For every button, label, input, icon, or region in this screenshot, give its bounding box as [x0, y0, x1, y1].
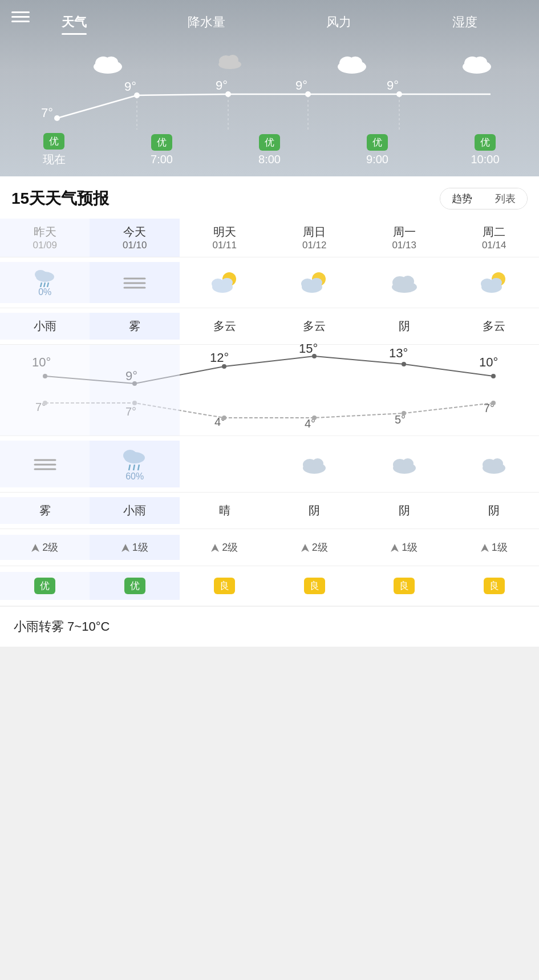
svg-line-79 — [133, 465, 135, 470]
aqi-badge-day-1: 优 — [124, 578, 145, 594]
svg-point-5 — [227, 55, 238, 65]
day-icon-col-4 — [359, 262, 449, 303]
svg-text:9°: 9° — [124, 79, 136, 94]
night-icon-col-4 — [359, 441, 449, 487]
weather-day-1: 雾 — [129, 318, 140, 334]
tab-jiangshui[interactable]: 降水量 — [179, 10, 234, 38]
svg-point-86 — [402, 458, 414, 469]
night-desc-col-5: 阴 — [449, 497, 538, 524]
svg-point-37 — [221, 278, 233, 287]
wind-col-3: 2级 — [269, 535, 359, 560]
moon-icon-2 — [212, 451, 237, 477]
svg-line-30 — [47, 283, 48, 287]
aqi-col-3: 良 — [269, 572, 359, 600]
cloud-icon-2 — [216, 52, 244, 76]
aqi-col-5: 良 — [449, 572, 538, 600]
day-date-2: 01/11 — [212, 240, 237, 251]
bottom-summary: 小雨转雾 7~10°C — [14, 619, 110, 634]
weather-night-5: 阴 — [488, 503, 500, 518]
rain-cloud-icon-1 — [121, 446, 148, 471]
wind-col-4: 1级 — [359, 535, 449, 560]
svg-line-29 — [44, 283, 45, 287]
svg-point-68 — [132, 401, 137, 405]
weather-night-2: 晴 — [219, 503, 230, 518]
svg-point-2 — [104, 57, 118, 68]
day-name-row: 昨天 01/09 今天 01/10 明天 01/11 周日 01/12 周一 0… — [0, 219, 539, 257]
tab-fengli[interactable]: 风力 — [317, 10, 360, 38]
aqi-badge-0: 优 — [43, 133, 64, 150]
aqi-badge-4: 优 — [475, 134, 496, 151]
tab-tianqi[interactable]: 天气 — [52, 10, 96, 38]
svg-marker-90 — [31, 544, 39, 552]
wind-col-0: 2级 — [0, 535, 90, 560]
svg-text:9°: 9° — [387, 78, 399, 92]
trend-btn[interactable]: 趋势 — [440, 188, 484, 209]
forecast-title: 15天天气预报 — [11, 188, 109, 209]
svg-text:15°: 15° — [299, 341, 318, 356]
time-label-4: 10:00 — [471, 153, 499, 166]
precip-0: 0% — [38, 287, 51, 297]
tab-shidu[interactable]: 湿度 — [443, 10, 487, 38]
day-desc-row: 小雨 雾 多云 多云 阴 多云 — [0, 308, 539, 345]
cloud-icon-1 — [91, 52, 125, 76]
weather-day-5: 多云 — [483, 318, 505, 334]
day-desc-col-3: 多云 — [269, 313, 359, 340]
night-desc-col-0: 雾 — [0, 497, 90, 524]
aqi-col-2: 良 — [180, 572, 269, 600]
day-desc-col-0: 小雨 — [0, 313, 90, 340]
fog-icon-0 — [33, 454, 58, 474]
svg-point-77 — [123, 450, 137, 461]
svg-text:10°: 10° — [479, 355, 498, 369]
day-name-col-1: 今天 01/10 — [90, 219, 179, 257]
weather-day-2: 多云 — [213, 318, 236, 334]
night-desc-row: 雾 小雨 晴 阴 阴 阴 — [0, 493, 539, 529]
top-weather-section: 天气 降水量 风力 湿度 — [0, 0, 539, 176]
night-desc-col-1: 小雨 — [90, 497, 179, 524]
svg-point-12 — [54, 115, 60, 121]
night-icon-col-1: 60% — [90, 441, 179, 487]
wind-col-1: 1级 — [90, 535, 179, 560]
cloud-gray-icon-3 — [301, 454, 328, 474]
view-toggle: 趋势 列表 — [440, 188, 528, 209]
svg-point-83 — [312, 458, 323, 469]
weather-night-3: 阴 — [309, 503, 320, 518]
svg-point-58 — [312, 354, 317, 358]
weather-day-3: 多云 — [303, 318, 326, 334]
wind-2: 2级 — [211, 541, 238, 554]
time-label-0: 现在 — [43, 152, 66, 167]
cloudy-icon-4 — [390, 272, 419, 293]
day-name-0: 昨天 — [34, 224, 56, 240]
day-name-2: 明天 — [213, 224, 236, 240]
svg-point-44 — [402, 276, 414, 287]
svg-point-8 — [348, 57, 362, 68]
list-btn[interactable]: 列表 — [484, 188, 527, 209]
day-date-5: 01/14 — [482, 240, 506, 251]
bottom-bar: 小雨转雾 7~10°C — [0, 606, 539, 647]
wind-col-5: 1级 — [449, 535, 538, 560]
svg-point-55 — [43, 374, 47, 378]
menu-icon[interactable] — [11, 11, 30, 22]
day-name-col-0: 昨天 01/09 — [0, 219, 90, 257]
partly-cloudy-icon-5 — [479, 270, 509, 295]
rain-icon-0 — [33, 268, 58, 287]
forecast-section: 15天天气预报 趋势 列表 昨天 01/09 今天 01/10 明天 01/11… — [0, 176, 539, 606]
day-date-3: 01/12 — [302, 240, 327, 251]
weather-night-1: 小雨 — [123, 503, 146, 518]
svg-line-78 — [129, 465, 130, 470]
day-date-4: 01/13 — [392, 240, 416, 251]
partly-cloudy-icon-3 — [299, 270, 329, 295]
day-icon-col-0: 0% — [0, 262, 90, 303]
fog-icon-1 — [122, 273, 147, 292]
day-desc-col-1: 雾 — [90, 313, 179, 340]
wind-col-2: 2级 — [180, 535, 269, 560]
weather-night-0: 雾 — [39, 503, 51, 518]
day-desc-col-5: 多云 — [449, 313, 538, 340]
aqi-col-4: 良 — [359, 572, 449, 600]
forecast-header: 15天天气预报 趋势 列表 — [0, 188, 539, 219]
aqi-badge-day-4: 良 — [394, 578, 415, 594]
svg-line-28 — [40, 283, 42, 287]
svg-marker-91 — [121, 544, 129, 552]
svg-point-89 — [492, 458, 503, 469]
aqi-badge-day-2: 良 — [214, 578, 235, 594]
day-name-col-2: 明天 01/11 — [180, 219, 269, 257]
